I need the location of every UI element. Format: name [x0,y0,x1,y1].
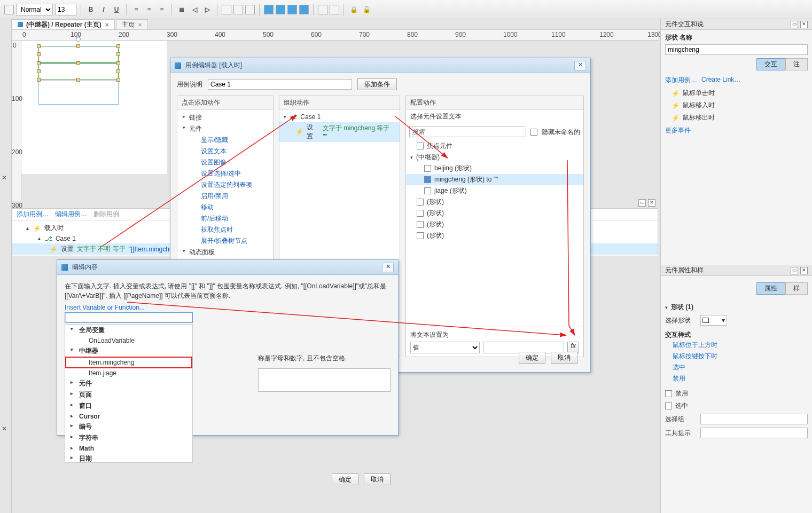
var-group-math[interactable]: ▸Math [65,444,192,453]
group-button[interactable] [318,5,327,14]
var-group-repeater[interactable]: ▾中继器 [65,345,192,357]
action-move[interactable]: 移动 [177,202,273,213]
action-set-text[interactable]: 设置文本 [177,146,273,157]
gutter-close-icon-2[interactable]: ✕ [2,425,7,432]
cfg-shape-row[interactable]: (形状) [406,219,583,230]
var-item-jiage[interactable]: Item.jiage [65,368,192,378]
action-focus[interactable]: 获取焦点时 [177,224,273,235]
org-case[interactable]: ▾ ⎇ Case 1 [279,112,400,122]
tab-close-icon[interactable]: ✕ [138,22,142,28]
var-group-number[interactable]: ▸编号 [65,421,192,432]
var-onload[interactable]: OnLoadVariable [65,336,192,345]
select-group-input[interactable] [700,414,808,424]
widget-search-input[interactable] [409,127,526,137]
action-group-link[interactable]: ▸链接 [177,112,273,123]
value-type-select[interactable]: 值 [410,342,480,353]
shape-name-input[interactable] [665,44,808,55]
cfg-repeater-row[interactable]: ▾(中继器) [406,152,583,163]
dialog-titlebar[interactable]: 用例编辑器 [载入时] ✕ [170,58,590,73]
dialog-close-button[interactable]: ✕ [382,263,394,272]
cfg-beijing-row[interactable]: beijing (形状) [406,163,583,174]
tab-repeater[interactable]: (中继器) / Repeater (主页) ✕ [12,19,115,29]
var-group-date[interactable]: ▸日期 [65,453,192,463]
align-left-button[interactable]: ≡ [131,4,142,15]
cfg-mingcheng-row[interactable]: mingcheng (形状) to "" [406,174,583,185]
rotate-handle[interactable] [76,37,81,42]
tab-properties[interactable]: 属性 [756,282,785,295]
cfg-shape-row[interactable]: (形状) [406,208,583,219]
cancel-button[interactable]: 取消 [364,473,391,485]
close-icon[interactable]: ✕ [800,21,808,28]
selection-handles[interactable] [38,46,119,63]
create-link-link[interactable]: Create Link… [701,76,740,85]
tab-interactions[interactable]: 交互 [756,58,785,70]
var-item-mingcheng[interactable]: Item.mingcheng [65,357,192,368]
action-group-widget[interactable]: ▾元件 [177,123,273,135]
dialog-titlebar[interactable]: 编辑内容 ✕ [57,260,398,275]
action-set-image[interactable]: 设置图像 [177,157,273,168]
style-hover[interactable]: 鼠标位于上方时 [665,340,808,351]
cfg-shape-row[interactable]: (形状) [406,196,583,208]
restore-icon[interactable]: ▭ [791,21,798,28]
event-onmouseleave[interactable]: ⚡鼠标移出时 [661,112,812,124]
dialog-close-button[interactable]: ✕ [574,61,586,70]
gutter-close-icon[interactable]: ✕ [2,174,7,181]
style-disabled[interactable]: 禁用 [665,373,808,384]
lock-button[interactable]: 🔒 [348,4,359,15]
arrange-2-button[interactable] [276,5,285,14]
align-right-button[interactable]: ≡ [157,4,167,15]
var-group-global[interactable]: ▾全局变量 [65,325,192,336]
tab-notes[interactable]: 注 [785,58,808,70]
action-group-dp[interactable]: ▾动态面板 [177,247,273,258]
hide-unnamed-checkbox[interactable] [530,129,537,136]
add-case-link[interactable]: 添加用例… [665,76,697,85]
restore-icon[interactable]: ▭ [638,199,646,207]
case-name-input[interactable] [208,79,352,90]
selection-handles-2[interactable] [38,63,119,80]
underline-button[interactable]: U [111,4,122,15]
style-mousedown[interactable]: 鼠标按键按下时 [665,351,808,362]
more-events-link[interactable]: 更多事件 [661,124,812,137]
action-order[interactable]: 前/后移动 [177,213,273,224]
shape-group-row[interactable]: ▾形状 (1) [665,301,808,313]
insert-variable-link[interactable]: Insert Variable or Function... [65,304,145,311]
tab-home[interactable]: 主页 ✕ [116,19,148,29]
font-box-icon[interactable] [4,5,14,14]
arrange-1-button[interactable] [264,5,274,14]
bullets-button[interactable]: ≣ [176,4,187,15]
var-group-cursor[interactable]: ▸Cursor [65,412,192,421]
line-style-button[interactable] [245,5,255,14]
cfg-shape-row[interactable]: (形状) [406,230,583,241]
selected-checkbox[interactable] [665,402,672,409]
event-onclick[interactable]: ⚡鼠标单击时 [661,87,812,99]
font-size-input[interactable] [55,4,76,15]
add-case-link[interactable]: 添加用例… [17,210,49,219]
cancel-button[interactable]: 取消 [551,352,577,364]
italic-button[interactable]: I [98,4,109,15]
arrange-4-button[interactable] [299,5,309,14]
ok-button[interactable]: 确定 [519,352,545,364]
indent-button[interactable]: ▷ [202,4,213,15]
paragraph-style-select[interactable]: Normal [16,4,53,15]
bold-button[interactable]: B [85,4,96,15]
arrange-3-button[interactable] [287,5,297,14]
shape-picker[interactable]: ▾ [700,315,727,326]
action-set-selected[interactable]: 设置选择/选中 [177,168,273,179]
expression-input[interactable] [65,312,193,323]
ungroup-button[interactable] [330,5,339,14]
align-center-button[interactable]: ≡ [144,4,154,15]
var-group-window[interactable]: ▸窗口 [65,400,192,412]
tooltip-input[interactable] [700,428,808,438]
style-selected[interactable]: 选中 [665,362,808,373]
line-color-button[interactable] [233,5,243,14]
cfg-focus-row[interactable]: 焦点元件 [406,140,583,152]
restore-icon[interactable]: ▭ [791,267,798,274]
add-condition-button[interactable]: 添加条件 [357,78,397,90]
edit-case-link[interactable]: 编辑用例… [55,210,87,219]
design-canvas[interactable] [12,41,167,174]
event-onmouseenter[interactable]: ⚡鼠标移入时 [661,99,812,112]
unlock-button[interactable]: 🔓 [361,4,372,15]
close-icon[interactable]: ✕ [648,199,655,207]
var-group-widget[interactable]: ▸元件 [65,378,192,389]
local-variables-area[interactable] [258,368,391,392]
